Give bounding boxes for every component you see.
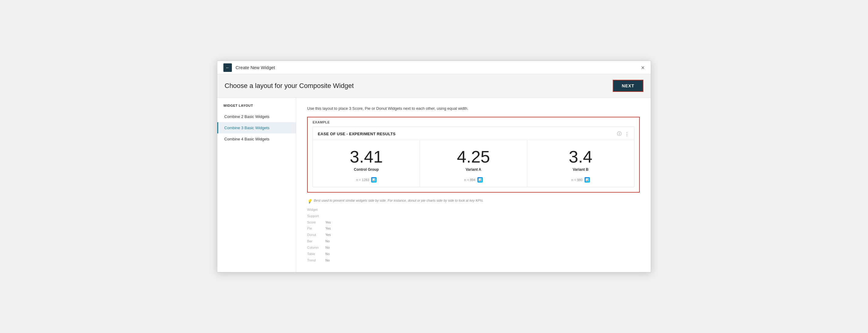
sidebar-item-combine-4[interactable]: Combine 4 Basic Widgets: [217, 133, 296, 145]
modal-header-left: ← Create New Widget: [223, 63, 275, 72]
score-panel-3: 3.4 Variant B n = 980 📊: [527, 140, 634, 187]
widget-icons: ⓘ ⋮: [617, 131, 629, 137]
score-label-1: Control Group: [354, 167, 379, 172]
support-row-score: Score Yes: [307, 219, 640, 226]
score-n-1: n = 1283: [356, 178, 369, 182]
back-icon: ←: [225, 65, 230, 70]
score-value-2: 4.25: [457, 147, 490, 166]
score-meta-1: n = 1283 📊: [356, 177, 376, 182]
score-label-3: Variant B: [573, 167, 588, 172]
support-val-trend: No: [326, 257, 330, 264]
support-row-column: Column No: [307, 244, 640, 251]
tip-icon: 💡: [307, 199, 312, 203]
widget-scores: 3.41 Control Group n = 1283 📊 4.25 Varia…: [313, 140, 634, 187]
support-val-pie: Yes: [326, 225, 331, 232]
info-icon[interactable]: ⓘ: [617, 131, 622, 137]
score-meta-3: n = 980 📊: [571, 177, 590, 182]
score-icon-1: 📊: [371, 177, 377, 182]
score-panel-1: 3.41 Control Group n = 1283 📊: [313, 140, 420, 187]
tip-section: 💡 Best used to present similar widgets s…: [307, 199, 640, 264]
score-label-2: Variant A: [466, 167, 482, 172]
score-panel-2: 4.25 Variant A n = 894 📊: [420, 140, 527, 187]
score-icon-2: 📊: [477, 177, 483, 182]
score-n-3: n = 980: [571, 178, 582, 182]
more-icon[interactable]: ⋮: [625, 131, 629, 137]
support-row-trend: Trend No: [307, 257, 640, 264]
support-key-bar: Bar: [307, 238, 326, 244]
example-box: EXAMPLE EASE OF USE - EXPERIMENT RESULTS…: [307, 117, 640, 193]
modal-container: ← Create New Widget × Choose a layout fo…: [217, 61, 651, 272]
support-table: Widget Support Score Yes Pie Yes Donut Y…: [307, 206, 640, 264]
support-key-column: Column: [307, 244, 326, 251]
support-key-trend: Trend: [307, 257, 326, 264]
score-icon-3: 📊: [585, 177, 590, 182]
sidebar-heading: WIDGET LAYOUT: [217, 104, 296, 111]
support-key-donut: Donut: [307, 232, 326, 238]
support-val-donut: Yes: [326, 232, 331, 238]
modal-header: ← Create New Widget ×: [217, 61, 651, 74]
tip-content: Best used to present similar widgets sid…: [314, 199, 484, 202]
widget-header: EASE OF USE - EXPERIMENT RESULTS ⓘ ⋮: [313, 127, 634, 140]
widget-preview: EASE OF USE - EXPERIMENT RESULTS ⓘ ⋮ 3.4…: [313, 127, 634, 187]
sidebar-item-combine-3[interactable]: Combine 3 Basic Widgets: [217, 122, 296, 133]
support-val-table: No: [326, 251, 330, 257]
support-row-bar: Bar No: [307, 238, 640, 244]
support-key-pie: Pie: [307, 225, 326, 232]
widget-title: EASE OF USE - EXPERIMENT RESULTS: [318, 132, 396, 136]
modal-title: Create New Widget: [236, 65, 275, 70]
tip-text: 💡 Best used to present similar widgets s…: [307, 199, 640, 203]
back-button[interactable]: ←: [223, 63, 232, 72]
support-row-table: Table No: [307, 251, 640, 257]
content-area: Use this layout to place 3 Score, Pie or…: [296, 98, 651, 272]
modal-body: WIDGET LAYOUT Combine 2 Basic Widgets Co…: [217, 98, 651, 272]
modal-subheader: Choose a layout for your Composite Widge…: [217, 74, 651, 98]
support-row-pie: Pie Yes: [307, 225, 640, 232]
score-value-1: 3.41: [350, 147, 383, 166]
content-description: Use this layout to place 3 Score, Pie or…: [307, 106, 640, 111]
next-button[interactable]: NEXT: [613, 80, 643, 92]
score-n-2: n = 894: [464, 178, 475, 182]
sidebar: WIDGET LAYOUT Combine 2 Basic Widgets Co…: [217, 98, 296, 272]
support-key-score: Score: [307, 219, 326, 226]
score-meta-2: n = 894 📊: [464, 177, 483, 182]
support-row-donut: Donut Yes: [307, 232, 640, 238]
support-heading-row: Widget Support: [307, 206, 640, 219]
support-val-bar: No: [326, 238, 330, 244]
support-key-table: Table: [307, 251, 326, 257]
modal-subtitle: Choose a layout for your Composite Widge…: [225, 82, 354, 90]
support-val-column: No: [326, 244, 330, 251]
sidebar-item-combine-2[interactable]: Combine 2 Basic Widgets: [217, 111, 296, 122]
close-button[interactable]: ×: [641, 65, 645, 71]
support-val-score: Yes: [326, 219, 331, 226]
score-value-3: 3.4: [569, 147, 592, 166]
support-table-heading: Widget Support: [307, 206, 326, 219]
example-label: EXAMPLE: [308, 118, 639, 127]
